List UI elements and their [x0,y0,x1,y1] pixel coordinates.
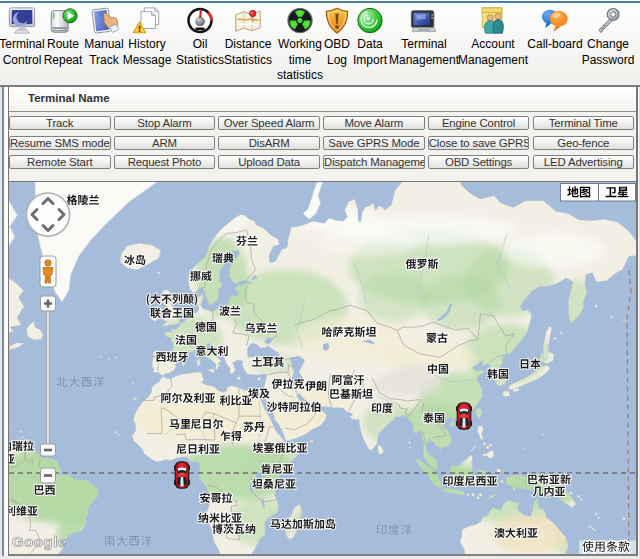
svg-text:Google: Google [12,533,67,550]
